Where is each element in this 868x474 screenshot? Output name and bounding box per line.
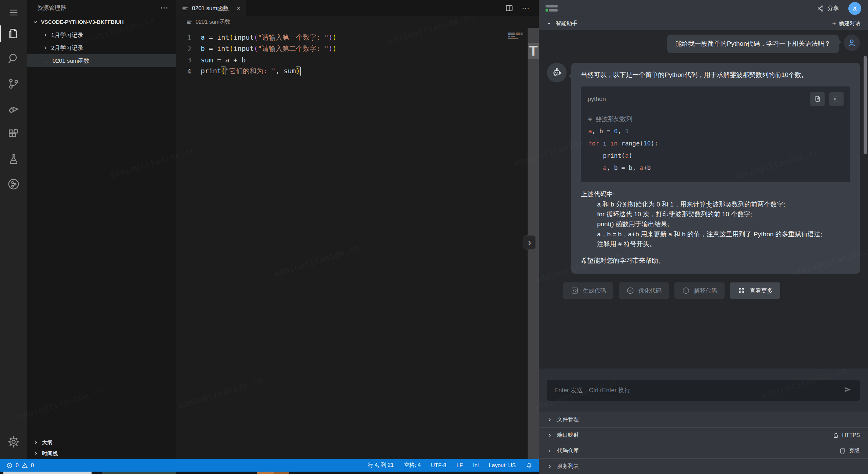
breadcrumb[interactable]: 0201 sum函数: [176, 16, 539, 28]
split-editor-icon[interactable]: [505, 4, 514, 13]
https-badge[interactable]: HTTPS: [832, 432, 860, 439]
chat-code-line: a, b = 0, 1: [588, 125, 843, 137]
chevron-down-icon: [546, 21, 552, 26]
outline-section[interactable]: 大纲: [27, 437, 176, 448]
assistant-message-row: 当然可以，以下是一个简单的Python代码，用于求解斐波那契数列的前10个数。 …: [547, 63, 860, 274]
user-message-bubble: 能给我一段简单的Python代码，学习一下相关语法吗？: [667, 35, 839, 53]
chevron-right-icon: [547, 433, 552, 438]
editor-code-line[interactable]: 1a = int(input("请输入第一个数字: ")): [176, 32, 539, 43]
chat-code-block: python: [581, 86, 850, 182]
taskbar-segment: [257, 472, 274, 474]
language-mode-status[interactable]: Ini: [473, 462, 479, 469]
tree-root-folder[interactable]: VSCODE-PYTHON-V3-BKFFBIUH: [27, 16, 176, 28]
paper-plane-icon: [843, 385, 852, 394]
line-number: 3: [176, 56, 201, 64]
quick-actions-row: 生成代码 优化代码 解释代码 查看更多: [563, 282, 860, 299]
indentation-status[interactable]: 空格: 4: [404, 462, 421, 469]
share-button[interactable]: 分享: [817, 4, 839, 12]
send-button[interactable]: [843, 385, 852, 396]
editor-more-icon[interactable]: ⋯: [522, 4, 530, 13]
code-language-label: python: [588, 95, 606, 104]
problems-status[interactable]: 0 0: [6, 462, 34, 469]
extensions-icon[interactable]: [0, 121, 27, 146]
panel-scrollbar[interactable]: [864, 56, 867, 154]
panel-menu-icon[interactable]: [546, 5, 558, 12]
view-more-button[interactable]: 查看更多: [730, 282, 780, 299]
explanation-list: a 和 b 分别初始化为 0 和 1，用来计算斐波那契数列的前两个数字;for …: [581, 199, 850, 249]
chat-code-line: # 斐波那契数列: [588, 113, 843, 125]
insert-icon: [832, 95, 841, 103]
explain-code-button[interactable]: 解释代码: [674, 282, 725, 299]
tree-root-label: VSCODE-PYTHON-V3-BKFFBIUH: [41, 19, 124, 25]
new-chat-button[interactable]: + 新建对话: [832, 20, 861, 27]
timeline-label: 时间线: [42, 450, 58, 457]
bell-icon[interactable]: [526, 462, 533, 469]
assistant-title-toggle[interactable]: 智能助手: [546, 20, 577, 27]
text-cursor: [300, 67, 301, 76]
chat-area: 能给我一段简单的Python代码，学习一下相关语法吗？ 当然可以，以下是一个简单…: [539, 30, 868, 369]
vscode-region: 资源管理器 ⋯ VSCODE-PYTHON-V3-BKFFBIUH: [0, 0, 539, 474]
user-chat-avatar: [844, 35, 860, 51]
assistant-panel: 分享 a 智能助手 + 新建对话 能给我一段简单的Python代码，学习一下相关…: [539, 0, 868, 474]
editor-code-line[interactable]: 2b = int(input("请输入第二个数字: ")): [176, 43, 539, 54]
menu-icon[interactable]: [0, 4, 27, 21]
cursor-position-status[interactable]: 行 4, 列 21: [368, 462, 394, 469]
chevron-right-icon: [33, 440, 39, 445]
insert-code-button[interactable]: [829, 92, 844, 106]
keyboard-layout-status[interactable]: Layout: US: [489, 462, 516, 469]
code-editor[interactable]: 1a = int(input("请输入第一个数字: "))2b = int(in…: [176, 28, 539, 459]
assistant-intro-text: 当然可以，以下是一个简单的Python代码，用于求解斐波那契数列的前10个数。: [581, 70, 850, 80]
clone-action[interactable]: 克隆: [839, 447, 860, 454]
section-port-mapping[interactable]: 端口映射 HTTPS: [539, 427, 868, 443]
encoding-status[interactable]: UTF-8: [431, 462, 446, 469]
outline-label: 大纲: [42, 439, 53, 446]
editor-code-line[interactable]: 4print("它们的和为: ", sum): [176, 65, 539, 77]
robot-icon: [551, 67, 563, 78]
tree-folder-feb[interactable]: 2月学习记录: [27, 41, 176, 54]
chat-code-content: # 斐波那契数列a, b = 0, 1for i in range(10): p…: [581, 108, 850, 182]
source-control-icon[interactable]: [0, 71, 27, 96]
generate-code-button[interactable]: 生成代码: [563, 282, 613, 299]
user-avatar[interactable]: a: [848, 2, 861, 15]
run-debug-icon[interactable]: [0, 96, 27, 121]
tab-label: 0201 sum函数: [192, 4, 229, 12]
timeline-section[interactable]: 时间线: [27, 448, 176, 459]
tree-folder-jan[interactable]: 1月学习记录: [27, 28, 176, 41]
activity-bar: [0, 0, 27, 459]
section-service-list[interactable]: 服务列表: [539, 458, 868, 474]
breadcrumb-label: 0201 sum函数: [196, 19, 230, 26]
chevron-right-icon: [43, 32, 48, 38]
chevron-right-icon: [547, 417, 552, 422]
sidebar-more-icon[interactable]: ⋯: [160, 3, 169, 13]
copy-code-button[interactable]: [810, 92, 825, 106]
eol-status[interactable]: LF: [456, 462, 463, 469]
lock-icon: [832, 432, 839, 439]
expand-panel-button[interactable]: ›: [524, 235, 536, 250]
explorer-icon[interactable]: [0, 21, 27, 46]
taskbar-segment: [3, 472, 92, 474]
tree-file-0201[interactable]: 0201 sum函数: [27, 54, 176, 67]
testing-flask-icon[interactable]: [0, 146, 27, 172]
remote-share-icon[interactable]: [0, 172, 27, 197]
tab-0201-sum[interactable]: 0201 sum函数 ✕: [176, 0, 246, 16]
search-icon[interactable]: [0, 46, 27, 71]
minimap[interactable]: [508, 33, 522, 39]
avatar-letter: a: [853, 5, 857, 12]
errors-icon: [6, 462, 13, 469]
ide-window: 资源管理器 ⋯ VSCODE-PYTHON-V3-BKFFBIUH: [0, 0, 868, 474]
warnings-icon: [21, 462, 28, 469]
assistant-outro-text: 希望能对您的学习带来帮助。: [581, 256, 850, 266]
line-number: 1: [176, 34, 201, 41]
share-label: 分享: [827, 4, 839, 12]
editor-code-line[interactable]: 3sum = a + b: [176, 54, 539, 65]
tab-close-icon[interactable]: ✕: [236, 5, 241, 12]
section-file-management[interactable]: 文件管理: [539, 412, 868, 427]
chat-input[interactable]: Enter 发送，Ctrl+Enter 换行: [547, 380, 860, 401]
chevron-right-icon: [547, 464, 552, 469]
optimize-code-button[interactable]: 优化代码: [619, 282, 669, 299]
section-code-repo[interactable]: 代码仓库 克隆: [539, 443, 868, 458]
chevron-down-icon: [33, 19, 38, 25]
settings-gear-icon[interactable]: [0, 429, 27, 454]
chat-code-line: for i in range(10):: [588, 137, 843, 150]
explanation-item: a，b = b，a+b 用来更新 a 和 b 的值，注意这里用到了 Python…: [597, 229, 850, 239]
